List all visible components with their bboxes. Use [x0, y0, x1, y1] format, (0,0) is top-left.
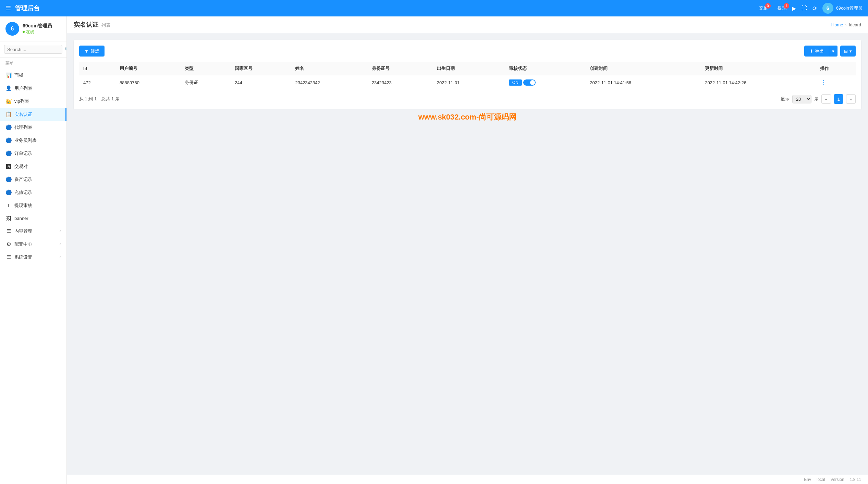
- breadcrumb-home[interactable]: Home: [831, 22, 843, 27]
- col-user-code: 用户编号: [115, 62, 181, 75]
- app-title: 管理后台: [15, 4, 40, 12]
- dashboard-icon: 📊: [5, 72, 12, 78]
- withdraw-badge: 1: [784, 3, 789, 9]
- sidebar-item-recharge-record[interactable]: 🔵 充值记录: [0, 186, 66, 199]
- sidebar-item-vip-list[interactable]: 👑 vip列表: [0, 95, 66, 108]
- status-text: 在线: [26, 29, 34, 35]
- export-icon: ⬇: [809, 49, 813, 54]
- cell-type: 身份证: [181, 75, 231, 90]
- row-action-button[interactable]: ⋮: [820, 79, 826, 86]
- col-id-number: 身份证号: [368, 62, 433, 75]
- content-card: ▼ 筛选 ⬇ 导出 ▾: [74, 40, 861, 109]
- refresh-icon[interactable]: ⟳: [812, 5, 817, 12]
- sidebar-item-label: 资产记录: [14, 176, 32, 183]
- sidebar-search-box: 🔍: [0, 41, 66, 58]
- page-1-button[interactable]: 1: [834, 94, 843, 104]
- sidebar-item-label: 系统设置: [14, 254, 32, 260]
- page-main-title: 实名认证: [74, 21, 98, 29]
- sidebar-item-label: 代理列表: [14, 124, 32, 131]
- asset-record-icon: 🔵: [5, 176, 12, 183]
- sidebar-item-config-center[interactable]: ⚙ 配置中心 ‹: [0, 238, 66, 251]
- sidebar-item-withdraw-review[interactable]: T 提现审核: [0, 199, 66, 212]
- next-page-button[interactable]: »: [846, 94, 856, 104]
- page-title-area: 实名认证 列表: [74, 21, 111, 29]
- content-mgmt-icon: ☰: [5, 228, 12, 234]
- col-action: 操作: [816, 62, 856, 75]
- sidebar-item-label: 业务员列表: [14, 137, 37, 144]
- main-layout: 6 69coin管理员 在线 🔍 菜单 📊 面板 👤 用户列表: [0, 16, 868, 484]
- cell-user-code: 88889760: [115, 75, 181, 90]
- agent-list-icon: 🔵: [5, 124, 12, 131]
- top-header: ☰ 管理后台 充值 0 提现 1 ▶ ⛶ ⟳ 6 69coin管理员: [0, 0, 868, 16]
- sidebar-item-system-settings[interactable]: ☰ 系统设置 ‹: [0, 251, 66, 264]
- hamburger-icon[interactable]: ☰: [5, 4, 11, 12]
- status-toggle[interactable]: ON: [509, 79, 582, 86]
- recharge-record-icon: 🔵: [5, 189, 12, 196]
- cell-country-code: 244: [231, 75, 291, 90]
- export-dropdown-button[interactable]: ▾: [829, 46, 838, 57]
- sidebar-item-real-name[interactable]: 📋 实名认证: [0, 108, 66, 121]
- sidebar-item-label: 交易对: [14, 163, 28, 170]
- toolbar-left: ▼ 筛选: [79, 46, 105, 57]
- config-center-arrow: ‹: [60, 242, 61, 247]
- record-info: 从 1 到 1，总共 1 条: [79, 96, 120, 102]
- sidebar-item-staff-list[interactable]: 🔵 业务员列表: [0, 134, 66, 147]
- table-head: Id 用户编号 类型 国家区号 姓名 身份证号 出生日期 审核状态 创建时间 更…: [79, 62, 856, 75]
- sidebar-item-dashboard[interactable]: 📊 面板: [0, 69, 66, 82]
- filter-icon: ▼: [84, 49, 89, 54]
- sidebar-item-label: 内容管理: [14, 228, 32, 234]
- recharge-button[interactable]: 充值 0: [759, 5, 768, 11]
- chevron-down-icon: ▾: [832, 49, 834, 54]
- status-dot: [23, 31, 25, 33]
- cell-birth-date: 2022-11-01: [433, 75, 505, 90]
- sidebar-item-content-mgmt[interactable]: ☰ 内容管理 ‹: [0, 225, 66, 238]
- watermark: www.sk032.com-尚可源码网: [74, 109, 861, 125]
- footer-version-label: Version: [831, 477, 844, 482]
- sidebar-item-label: banner: [14, 216, 28, 221]
- content-area: ▼ 筛选 ⬇ 导出 ▾: [67, 33, 868, 475]
- table-footer: 从 1 到 1，总共 1 条 显示 20 10 50 100 条 « 1 »: [79, 94, 856, 104]
- search-wrap: 🔍: [4, 45, 62, 54]
- user-menu[interactable]: 6 69coin管理员: [822, 3, 863, 14]
- sidebar-item-banner[interactable]: 🖼 banner: [0, 212, 66, 225]
- grid-view-button[interactable]: ⊞ ▾: [840, 46, 856, 57]
- cell-created-at: 2022-11-01 14:41:56: [586, 75, 701, 90]
- filter-label: 筛选: [90, 48, 99, 54]
- sidebar-item-agent-list[interactable]: 🔵 代理列表: [0, 121, 66, 134]
- content-mgmt-arrow: ‹: [60, 229, 61, 234]
- play-icon[interactable]: ▶: [792, 5, 796, 12]
- sidebar-item-label: vip列表: [14, 98, 29, 104]
- page-size-select[interactable]: 20 10 50 100: [792, 95, 811, 103]
- export-button[interactable]: ⬇ 导出: [804, 46, 829, 57]
- col-created-at: 创建时间: [586, 62, 701, 75]
- fullscreen-icon[interactable]: ⛶: [802, 5, 807, 11]
- sidebar-item-trade[interactable]: 🅰 交易对: [0, 160, 66, 173]
- prev-page-button[interactable]: «: [821, 94, 831, 104]
- sidebar-item-user-list[interactable]: 👤 用户列表: [0, 82, 66, 95]
- sidebar-item-asset-record[interactable]: 🔵 资产记录: [0, 173, 66, 186]
- cell-action: ⋮: [816, 75, 856, 90]
- cell-id-number: 23423423: [368, 75, 433, 90]
- pagination-area: 显示 20 10 50 100 条 « 1 »: [781, 94, 856, 104]
- search-input[interactable]: [7, 47, 65, 52]
- toggle-track[interactable]: [523, 79, 536, 86]
- per-page-label: 条: [814, 96, 819, 102]
- order-record-icon: 🔵: [5, 150, 12, 157]
- withdraw-button[interactable]: 提现 1: [778, 5, 786, 11]
- sidebar-item-order-record[interactable]: 🔵 订单记录: [0, 147, 66, 160]
- sidebar-user-info: 69coin管理员 在线: [23, 23, 52, 35]
- filter-button[interactable]: ▼ 筛选: [79, 46, 105, 57]
- col-id: Id: [79, 62, 115, 75]
- page-sub-title: 列表: [101, 22, 111, 28]
- sidebar-username: 69coin管理员: [23, 23, 52, 29]
- breadcrumb: Home › Idcard: [831, 22, 861, 27]
- table-body: 472 88889760 身份证 244 2342342342 23423423…: [79, 75, 856, 90]
- footer-env-label: Env: [804, 477, 811, 482]
- cell-name: 2342342342: [291, 75, 367, 90]
- toggle-thumb: [530, 80, 535, 85]
- real-name-icon: 📋: [5, 111, 12, 117]
- user-label: 69coin管理员: [836, 5, 863, 11]
- cell-status: ON: [505, 75, 586, 90]
- export-label: 导出: [815, 48, 824, 54]
- footer-bar: Env local Version 1.8.11: [67, 475, 868, 484]
